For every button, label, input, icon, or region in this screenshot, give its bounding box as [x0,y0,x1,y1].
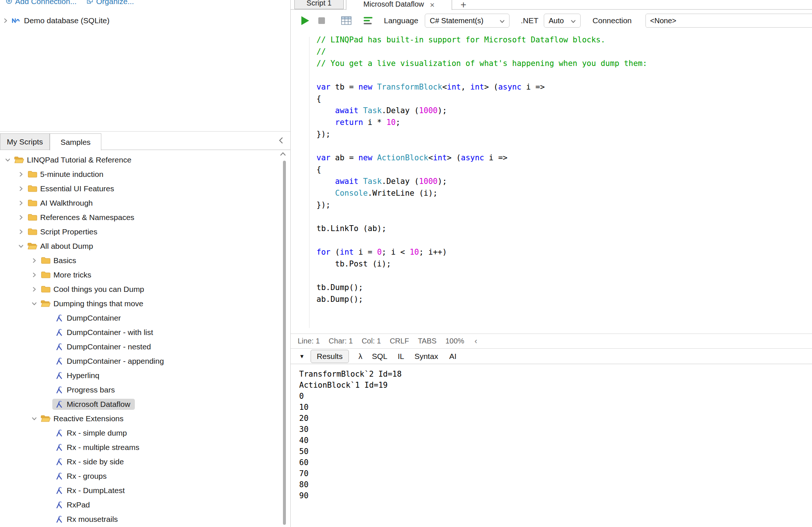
tab-script-1[interactable]: Script 1 [294,0,344,9]
chevron-down-icon[interactable] [29,301,39,307]
output-line: 70 [299,468,812,479]
tab-sql[interactable]: SQL [372,352,387,361]
tree-item[interactable]: All about Dump [0,239,280,253]
tree-item[interactable]: RxPad [0,498,280,512]
status-item: TABS [418,337,437,345]
code-lines: // LINQPad has built-in support for Micr… [316,34,647,305]
chevron-right-icon[interactable] [29,286,39,292]
tree-item[interactable]: DumpContainer - with list [0,325,280,339]
tree-item[interactable]: Rx - side by side [0,454,280,469]
chevron-right-icon[interactable] [1,18,10,24]
tab-lambda[interactable]: λ [358,352,363,361]
connection-value: <None> [650,17,676,25]
chevron-right-icon[interactable] [16,214,26,220]
results-output[interactable]: TransformBlock`2 Id=18ActionBlock`1 Id=1… [291,364,812,527]
tree-scrollbar[interactable] [282,150,287,527]
script-icon [53,429,65,437]
tree-item[interactable]: Basics [0,253,280,268]
tree-item-label: Reactive Extensions [53,414,123,423]
tree-item[interactable]: AI Walkthrough [0,196,280,210]
output-line: 20 [299,413,812,424]
tree-item[interactable]: Essential UI Features [0,181,280,196]
tree-item[interactable]: Rx - DumpLatest [0,483,280,498]
language-select[interactable]: C# Statement(s) [425,14,510,28]
output-line: 90 [299,490,812,501]
tree-item[interactable]: Cool things you can Dump [0,282,280,296]
connection-select[interactable]: <None> [645,14,812,28]
tab-samples[interactable]: Samples [50,133,101,150]
tree-item[interactable]: DumpContainer - nested [0,339,280,354]
tree-item[interactable]: Rx mousetrails [0,512,280,526]
code-line [316,270,647,282]
tree-item[interactable]: Script Properties [0,224,280,239]
editor-gutter-line [309,37,309,328]
chevron-right-icon[interactable] [16,186,26,192]
tree-item-label: Dumping things that move [53,299,143,308]
chevron-right-icon[interactable] [16,229,26,235]
tree-item-demo-database[interactable]: Demo database (SQLite) [1,13,109,28]
new-tab-button[interactable]: + [459,0,468,11]
chevron-down-icon[interactable] [29,416,39,422]
code-line: // You get a live visualization of what'… [316,57,647,69]
code-line [316,211,647,223]
code-line: tb.LinkTo (ab); [316,223,647,234]
code-line: // LINQPad has built-in support for Micr… [316,34,647,46]
collapse-panel-icon[interactable]: ‹ [475,336,477,346]
tree-item-label: Microsoft Dataflow [67,400,130,409]
dotnet-select[interactable]: Auto [544,14,581,28]
tab-my-scripts[interactable]: My Scripts [0,133,50,150]
samples-tree: LINQPad Tutorial & Reference5-minute ind… [0,150,280,527]
tree-item[interactable]: DumpContainer - appending [0,354,280,368]
tab-microsoft-dataflow[interactable]: Microsoft Dataflow × [346,0,452,10]
code-editor[interactable]: // LINQPad has built-in support for Micr… [291,32,812,334]
rich-text-results-toggle[interactable] [363,16,373,25]
tab-results[interactable]: Results [311,350,349,363]
run-button[interactable] [300,15,310,26]
tree-item[interactable]: Reactive Extensions [0,411,280,426]
tree-item-label: DumpContainer - appending [67,357,164,366]
folder-open-icon [27,242,38,250]
tree-item[interactable]: Rx - multiple streams [0,440,280,454]
scrollbar-thumb[interactable] [283,161,286,525]
chevron-down-icon[interactable] [16,243,26,249]
tree-item[interactable]: More tricks [0,268,280,282]
code-line [316,140,647,152]
chevron-right-icon[interactable] [29,272,39,278]
tree-item[interactable]: References & Namespaces [0,210,280,224]
tab-il[interactable]: IL [398,352,404,361]
output-line: ActionBlock`1 Id=19 [299,380,812,391]
tree-item-label: Rx - multiple streams [67,443,139,452]
collapse-sidebar-icon[interactable] [278,136,284,146]
tree-item[interactable]: Microsoft Dataflow [0,397,280,411]
organize-link[interactable]: Organize... [87,0,134,6]
tree-item[interactable]: Rx - simple dump [0,426,280,440]
tree-item[interactable]: Progress bars [0,383,280,397]
tree-item[interactable]: LINQPad Tutorial & Reference [0,153,280,167]
tree-item[interactable]: 5-minute induction [0,167,280,181]
database-icon [10,17,22,24]
tab-syntax[interactable]: Syntax [414,352,438,361]
code-line: for (int i = 0; i < 10; i++) [316,246,647,258]
tree-item[interactable]: Dumping things that move [0,296,280,311]
tree-item[interactable]: DumpContainer [0,311,280,325]
results-grid-toggle[interactable] [341,16,351,25]
code-line: var tb = new TransformBlock<int, int> (a… [316,81,647,93]
chevron-down-icon[interactable] [3,157,13,163]
stop-button[interactable] [318,17,325,24]
tab-ai[interactable]: AI [449,352,456,361]
script-icon [53,328,65,336]
query-panel: Script 1 Microsoft Dataflow × + Language… [291,0,812,527]
status-item: Col: 1 [362,337,381,345]
chevron-right-icon[interactable] [16,200,26,206]
close-tab-icon[interactable]: × [430,2,435,8]
code-line: { [316,164,647,175]
chevron-right-icon[interactable] [29,258,39,264]
results-collapse-triangle[interactable]: ▼ [299,353,305,359]
add-connection-link[interactable]: Add Connection... [6,0,77,6]
tree-item[interactable]: Rx - groups [0,469,280,483]
chevron-right-icon[interactable] [16,171,26,177]
status-items: Line: 1Char: 1Col: 1CRLFTABS100% [298,337,473,345]
script-icon [53,314,65,322]
script-icon [53,371,65,380]
tree-item[interactable]: Hyperlinq [0,368,280,383]
